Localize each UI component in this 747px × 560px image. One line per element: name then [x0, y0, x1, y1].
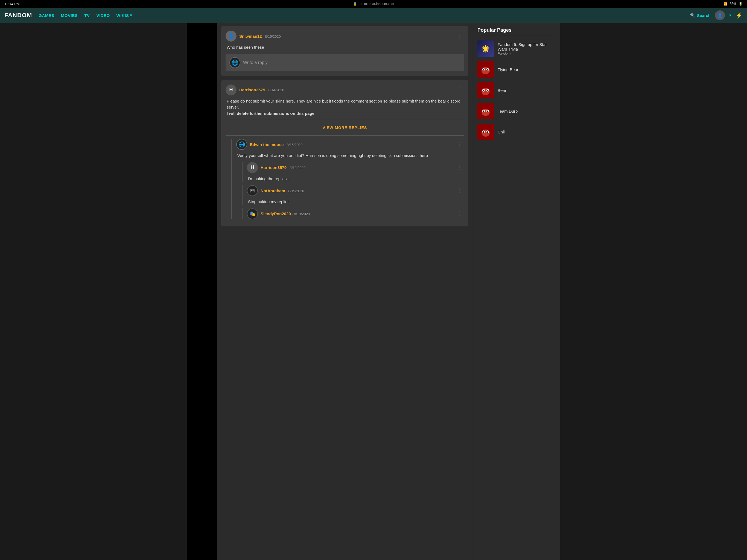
- popular-pages-title: Popular Pages: [478, 27, 556, 36]
- nested-notabraham-header: 🎮 NotAbraham · 8/19/2020 ⋮: [247, 185, 464, 196]
- comment-header-1: 👤 Sniwman12 · 8/15/2020 ⋮: [226, 31, 464, 42]
- popular-page-starwars[interactable]: 🌟 Fandom 5: Sign up for Star Wars Trivia…: [478, 41, 556, 57]
- starwars-title: Fandom 5: Sign up for Star Wars Trivia: [498, 42, 556, 51]
- nested-notabraham-left: 🎮 NotAbraham · 8/19/2020: [247, 185, 304, 196]
- bear-svg: [478, 82, 493, 98]
- svg-point-14: [482, 88, 490, 95]
- popular-page-chili[interactable]: Chili: [478, 124, 556, 140]
- comment2-body: Please do not submit your skins here. Th…: [226, 98, 464, 117]
- slendypon-username[interactable]: SlendyPon2020: [261, 211, 291, 216]
- nested-harrison: H Harrison3579 · 8/18/2020 ⋮ I'm nuking …: [242, 162, 464, 182]
- harrison-meta: Harrison3579 · 8/14/2020: [239, 87, 284, 92]
- nested-slendypon-header: 🎭 SlendyPon2020 · 8/19/2020 ⋮: [247, 208, 464, 219]
- page-layout: 👤 Sniwman12 · 8/15/2020 ⋮ Who has seen t…: [187, 23, 560, 560]
- svg-point-39: [484, 132, 484, 132]
- notification-icon[interactable]: ⚡: [736, 12, 743, 19]
- team-durp-title: Team Durp: [498, 109, 518, 113]
- status-url-area: 🔒 roblox-bear.fandom.com: [353, 2, 394, 6]
- edwin-meta: Edwin the mouse · 8/15/2020: [250, 142, 303, 147]
- right-sidebar: Popular Pages 🌟 Fandom 5: Sign up for St…: [473, 23, 560, 560]
- svg-point-13: [487, 84, 491, 88]
- nested-harrison-more-button[interactable]: ⋮: [456, 164, 464, 171]
- user-dropdown-icon[interactable]: ▾: [729, 13, 731, 18]
- starwars-thumbnail: 🌟: [478, 41, 494, 57]
- svg-point-10: [487, 70, 488, 70]
- user-icon: 👤: [717, 13, 723, 18]
- svg-point-34: [482, 130, 490, 137]
- notabraham-more-button[interactable]: ⋮: [456, 187, 464, 194]
- svg-point-20: [487, 90, 488, 91]
- lock-icon: 🔒: [353, 2, 357, 6]
- fandom-logo[interactable]: FANDOM: [4, 12, 32, 19]
- nested-slendypon: 🎭 SlendyPon2020 · 8/19/2020 ⋮: [242, 208, 464, 219]
- wifi-icon: 📶: [723, 2, 728, 6]
- nav-wikis[interactable]: WIKIS ▾: [117, 13, 132, 18]
- divider-2: [226, 135, 464, 136]
- bear-thumbnail: [478, 82, 494, 98]
- edwin-more-button[interactable]: ⋮: [456, 142, 464, 147]
- svg-point-19: [484, 90, 484, 91]
- comment-header-2: H Harrison3579 · 8/14/2020 ⋮: [226, 84, 464, 96]
- nav-video[interactable]: VIDEO: [96, 13, 110, 18]
- comment2-line2: I will delete further submissions on thi…: [227, 110, 464, 117]
- comment1-more-button[interactable]: ⋮: [456, 33, 464, 39]
- search-icon: 🔍: [690, 13, 695, 18]
- status-url: roblox-bear.fandom.com: [359, 2, 394, 6]
- user-avatar-nav[interactable]: 👤: [715, 10, 725, 20]
- harrison-avatar: H: [226, 84, 236, 96]
- svg-point-8: [484, 71, 487, 74]
- nav-tv[interactable]: TV: [84, 13, 90, 18]
- popular-page-team-durp[interactable]: Team Durp: [478, 103, 556, 119]
- harrison-username[interactable]: Harrison3579: [239, 87, 265, 92]
- comment-header-left-1: 👤 Sniwman12 · 8/15/2020: [226, 31, 281, 42]
- nav-movies[interactable]: MOVIES: [61, 13, 78, 18]
- slendypon-more-button[interactable]: ⋮: [456, 211, 464, 217]
- comment1-body: Who has seen these: [226, 44, 464, 51]
- chili-svg: [478, 124, 493, 139]
- bear-info: Bear: [498, 88, 506, 93]
- edwin-header: 🌐 Edwin the mouse · 8/15/2020 ⋮: [236, 139, 464, 150]
- flying-bear-title: Flying Bear: [498, 67, 518, 72]
- reply-input-area-1[interactable]: 🌐 Write a reply: [226, 54, 464, 71]
- nested-harrison-header: H Harrison3579 · 8/18/2020 ⋮: [247, 162, 464, 173]
- nested-harrison-meta: Harrison3579 · 8/18/2020: [261, 165, 305, 170]
- comment2-more-button[interactable]: ⋮: [456, 87, 464, 93]
- sniwman-username[interactable]: Sniwman12: [239, 34, 262, 39]
- svg-point-40: [487, 132, 488, 132]
- nested-harrison-body: I'm nuking the replies...: [247, 176, 464, 182]
- notabraham-username[interactable]: NotAbraham: [261, 188, 285, 193]
- main-content: 👤 Sniwman12 · 8/15/2020 ⋮ Who has seen t…: [217, 23, 473, 560]
- starwars-info: Fandom 5: Sign up for Star Wars Trivia F…: [498, 42, 556, 55]
- reply-edwin: 🌐 Edwin the mouse · 8/15/2020 ⋮ Verify y…: [231, 139, 464, 219]
- chili-thumbnail: [478, 124, 494, 140]
- chili-title: Chili: [498, 130, 506, 134]
- notabraham-body: Stop nuking my replies: [247, 199, 464, 205]
- navbar: FANDOM GAMES MOVIES TV VIDEO WIKIS ▾ 🔍 S…: [0, 8, 747, 23]
- svg-point-9: [484, 70, 484, 70]
- nested-harrison-username[interactable]: Harrison3579: [261, 165, 287, 170]
- edwin-username[interactable]: Edwin the mouse: [250, 142, 284, 147]
- svg-point-29: [484, 111, 484, 111]
- status-right: 📶 83% 🔋: [723, 2, 743, 6]
- wikis-dropdown-icon: ▾: [130, 13, 132, 18]
- view-more-replies-button[interactable]: VIEW MORE REPLIES: [226, 123, 464, 132]
- popular-page-flying-bear[interactable]: Flying Bear: [478, 61, 556, 78]
- popular-page-bear[interactable]: Bear: [478, 82, 556, 98]
- nested-notabraham: 🎮 NotAbraham · 8/19/2020 ⋮ Stop nuking m…: [242, 185, 464, 205]
- svg-point-2: [487, 64, 491, 68]
- navbar-right: 🔍 Search 👤 ▾ ⚡: [690, 10, 743, 20]
- svg-point-22: [481, 105, 485, 109]
- harrison-date: · 8/14/2020: [266, 88, 284, 92]
- sniwman-avatar: 👤: [226, 31, 236, 42]
- svg-point-33: [487, 126, 491, 130]
- search-button[interactable]: 🔍 Search: [690, 13, 711, 18]
- edwin-avatar: 🌐: [236, 139, 247, 150]
- comment-header-left-2: H Harrison3579 · 8/14/2020: [226, 84, 284, 96]
- svg-point-12: [481, 84, 485, 88]
- nav-games[interactable]: GAMES: [38, 13, 54, 18]
- comment-card-2: H Harrison3579 · 8/14/2020 ⋮ Please do n…: [221, 80, 468, 226]
- svg-point-30: [487, 111, 488, 111]
- write-reply-label[interactable]: Write a reply: [243, 60, 268, 65]
- status-time: 12:14 PM: [4, 2, 20, 6]
- edwin-header-left: 🌐 Edwin the mouse · 8/15/2020: [236, 139, 303, 150]
